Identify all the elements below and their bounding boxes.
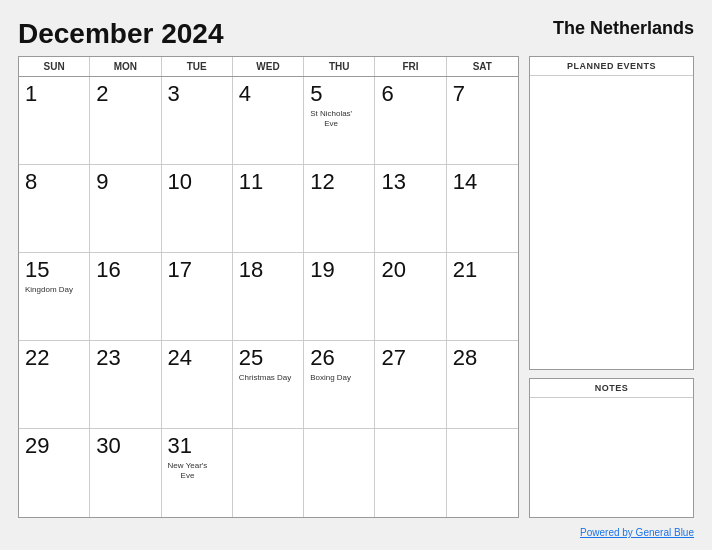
planned-events-content (530, 76, 693, 369)
day-cell: 9 (90, 165, 161, 253)
day-cell: 12 (304, 165, 375, 253)
day-cell: 17 (162, 253, 233, 341)
day-headers: SUN MON TUE WED THU FRI SAT (19, 57, 518, 77)
day-cell: 27 (375, 341, 446, 429)
day-cell: 15 Kingdom Day (19, 253, 90, 341)
day-cell: 2 (90, 77, 161, 165)
day-header-mon: MON (90, 57, 161, 76)
page: December 2024 The Netherlands SUN MON TU… (0, 0, 712, 550)
day-cell: 3 (162, 77, 233, 165)
day-cell: 31 New Year'sEve (162, 429, 233, 517)
day-header-sat: SAT (447, 57, 518, 76)
notes-box: NOTES (529, 378, 694, 518)
day-cell: 16 (90, 253, 161, 341)
day-cell: 30 (90, 429, 161, 517)
day-cell: 13 (375, 165, 446, 253)
day-cell: 5 St Nicholas'Eve (304, 77, 375, 165)
day-cell: 11 (233, 165, 304, 253)
month-title: December 2024 (18, 18, 223, 50)
day-cell: 6 (375, 77, 446, 165)
day-cell: 29 (19, 429, 90, 517)
footer: Powered by General Blue (18, 522, 694, 540)
calendar-section: SUN MON TUE WED THU FRI SAT 1 2 3 4 5 St… (18, 56, 519, 518)
day-cell: 7 (447, 77, 518, 165)
notes-header: NOTES (530, 379, 693, 398)
powered-by-link[interactable]: Powered by General Blue (580, 527, 694, 538)
day-header-tue: TUE (162, 57, 233, 76)
day-cell: 21 (447, 253, 518, 341)
day-cell: 26 Boxing Day (304, 341, 375, 429)
day-cell: 18 (233, 253, 304, 341)
notes-content (530, 398, 693, 517)
day-cell: 24 (162, 341, 233, 429)
day-cell-empty (304, 429, 375, 517)
day-cell: 19 (304, 253, 375, 341)
day-cell: 20 (375, 253, 446, 341)
top-header: December 2024 The Netherlands (18, 18, 694, 50)
day-cell: 28 (447, 341, 518, 429)
day-header-thu: THU (304, 57, 375, 76)
day-cell: 1 (19, 77, 90, 165)
day-cell: 14 (447, 165, 518, 253)
day-cell: 10 (162, 165, 233, 253)
day-header-fri: FRI (375, 57, 446, 76)
day-cell: 25 Christmas Day (233, 341, 304, 429)
planned-events-box: PLANNED EVENTS (529, 56, 694, 370)
main-area: SUN MON TUE WED THU FRI SAT 1 2 3 4 5 St… (18, 56, 694, 518)
day-cell: 23 (90, 341, 161, 429)
day-cell-empty (233, 429, 304, 517)
calendar-grid: 1 2 3 4 5 St Nicholas'Eve 6 7 8 9 10 11 … (19, 77, 518, 517)
day-cell: 22 (19, 341, 90, 429)
planned-events-header: PLANNED EVENTS (530, 57, 693, 76)
right-section: PLANNED EVENTS NOTES (529, 56, 694, 518)
day-cell-empty (375, 429, 446, 517)
day-cell-empty (447, 429, 518, 517)
day-cell: 8 (19, 165, 90, 253)
day-header-wed: WED (233, 57, 304, 76)
day-header-sun: SUN (19, 57, 90, 76)
country-title: The Netherlands (553, 18, 694, 39)
day-cell: 4 (233, 77, 304, 165)
